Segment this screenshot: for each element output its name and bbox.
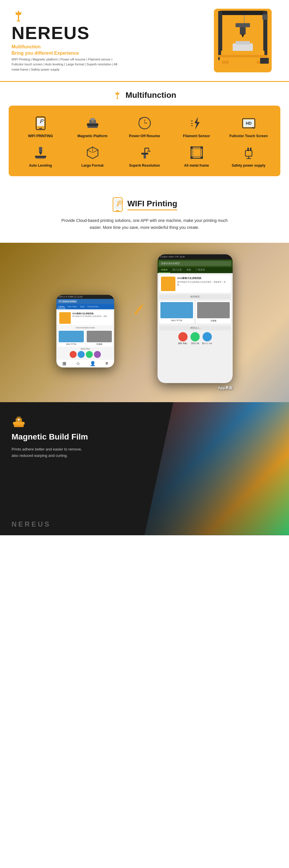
magnetic-platform-icon: ⚲ xyxy=(82,114,103,132)
large-tab-2[interactable]: 用户之星 xyxy=(170,267,184,273)
model-grid: MKS TFT28 牙握椎 xyxy=(58,330,113,347)
power-off-icon xyxy=(134,114,155,132)
large-format-icon: 3D xyxy=(82,144,103,161)
large-app-content: 2018新春大吉,拼组回执 春节拼版汉字文化组拼线上的农历新年，拼板新年，拼板.… xyxy=(157,273,232,383)
large-format-label: Large Format xyxy=(81,163,104,167)
tab-library[interactable]: Library xyxy=(57,305,66,308)
card-title: 2018新春大吉,拼组回执 xyxy=(72,312,108,315)
large-tab-3[interactable]: 考察 xyxy=(184,267,193,273)
wifi-title-wrapper: WIFI Printing xyxy=(128,199,177,210)
feature-power-off: Power-Off Resume xyxy=(121,114,168,138)
model-man-section: Model Man xyxy=(58,348,113,358)
large-avatar-name-3: 君からつゆ xyxy=(202,342,212,345)
feature-grid: WIFI PRINTING ⚲ Magnetic Platform xyxy=(9,105,280,176)
svg-rect-63 xyxy=(190,146,193,149)
card-sub: 春节拼版汉字文化组拼线上的农历新年，拼板... xyxy=(72,315,108,318)
safety-power-icon xyxy=(239,144,259,161)
wifi-signal-icon xyxy=(129,302,143,314)
small-phone: OKU ▪▪ ✦ 3:38% ⬛ 11:02 🔍 Search models L… xyxy=(57,295,114,368)
svg-text:HD: HD xyxy=(246,121,251,126)
svg-marker-33 xyxy=(144,118,145,126)
svg-rect-15 xyxy=(236,41,250,44)
large-card-title: 2018新春大吉,拼组回执 xyxy=(177,277,229,280)
avatar-4 xyxy=(94,351,101,358)
nereus-brand-svg: NEREUS xyxy=(11,518,69,529)
filament-sensor-icon xyxy=(186,114,207,132)
tab-topic[interactable]: Topic xyxy=(79,305,85,308)
tab-user-stars[interactable]: User Stars xyxy=(66,305,78,308)
large-model-thumb-2 xyxy=(197,302,230,318)
svg-marker-34 xyxy=(194,117,200,130)
svg-rect-24 xyxy=(87,123,98,126)
large-card-text: 2018新春大吉,拼组回执 春节拼版汉字文化组拼线上的农历新年，拼板新年，拼板.… xyxy=(177,277,229,291)
small-app-content: 2018新春大吉,拼组回执 春节拼版汉字文化组拼线上的农历新年，拼板... re… xyxy=(57,309,114,359)
nav-home-icon[interactable]: ⊞ xyxy=(63,361,66,366)
svg-rect-3 xyxy=(218,11,267,15)
safety-power-label: Safety power supply xyxy=(232,163,265,167)
nav-more-icon[interactable]: ≡ xyxy=(106,361,108,366)
svg-rect-45 xyxy=(35,156,46,157)
small-content-card: 2018新春大吉,拼组回执 春节拼版汉字文化组拼线上的农历新年，拼板... xyxy=(58,311,113,325)
svg-text:NEREUS: NEREUS xyxy=(11,520,51,528)
hero-image xyxy=(156,9,278,72)
avatar-group-1: 濒脉 恭她... xyxy=(178,332,188,345)
hero-subtitle: Multifunction xyxy=(11,44,150,50)
model-name-2: 牙握椎 xyxy=(87,343,112,346)
small-status-text: OKU ▪▪ ✦ 3:38% ⬛ 11:02 xyxy=(59,296,82,298)
magnetic-title: Magnetic Build Film xyxy=(11,432,110,441)
wifi-title: WIFI Printing xyxy=(128,199,177,210)
model-thumb-1 xyxy=(59,331,84,342)
svg-text:3D: 3D xyxy=(91,151,95,155)
svg-rect-9 xyxy=(222,61,229,64)
app-label: App界面 xyxy=(157,385,232,391)
svg-rect-23 xyxy=(39,128,42,129)
feature-large-format: 3D Large Format xyxy=(69,144,116,167)
wifi-description: Provide Cloud-based printing solutions, … xyxy=(58,217,231,231)
svg-rect-25 xyxy=(87,126,98,128)
tab-factory[interactable]: Factory Rec xyxy=(86,305,100,308)
metal-frame-label: All metal frame xyxy=(184,163,209,167)
feature-touch-screen: HD Fullcolor Touch Screen xyxy=(225,114,272,138)
large-card-thumb xyxy=(161,277,175,291)
large-status-bar: 5.12K/s ▪ 43% ▪ 下午 10:33 xyxy=(157,254,232,259)
large-phone: 5.12K/s ▪ 43% ▪ 下午 10:33 搜索你喜欢的模型 收藏夹 用户… xyxy=(157,254,232,383)
large-status-text: 5.12K/s ▪ 43% ▪ 下午 10:33 xyxy=(160,255,185,258)
touch-screen-label: Fullcolor Touch Screen xyxy=(229,134,267,138)
svg-rect-77 xyxy=(13,422,25,425)
svg-rect-68 xyxy=(247,148,249,151)
large-avatar-name-2: 宽在心地 xyxy=(190,342,200,345)
small-nav-tabs: Library User Stars Topic Factory Rec xyxy=(57,304,114,309)
svg-rect-19 xyxy=(116,98,118,99)
power-off-label: Power-Off Resume xyxy=(129,134,160,138)
magnetic-icon-wrapper xyxy=(11,414,110,428)
nav-person-icon[interactable]: 👤 xyxy=(90,361,96,366)
svg-rect-62 xyxy=(193,149,201,157)
large-model-1: MKS TFT28 xyxy=(159,301,194,323)
hero-description: WIFI Printing | Magnetic platform | Powe… xyxy=(11,57,121,72)
model-card-2: 牙握椎 xyxy=(86,330,113,347)
small-phone-container: OKU ▪▪ ✦ 3:38% ⬛ 11:02 🔍 Search models L… xyxy=(57,295,114,368)
feature-auto-leveling: Auto Leveling xyxy=(17,144,64,167)
large-tab-1[interactable]: 收藏夹 xyxy=(159,267,170,273)
feature-wifi: WIFI PRINTING xyxy=(17,114,64,138)
hero-title: NEREUS xyxy=(11,24,150,42)
feature-superb-res: Superb Resolution xyxy=(121,144,168,167)
small-phone-status: OKU ▪▪ ✦ 3:38% ⬛ 11:02 xyxy=(57,295,114,299)
large-model-name-2: 牙握椎 xyxy=(197,319,230,322)
large-tab-4[interactable]: 厂商发现 xyxy=(193,267,207,273)
small-app-header: 🔍 Search models xyxy=(57,299,114,304)
magnetic-platform-label: Magnetic Platform xyxy=(77,134,108,138)
svg-rect-12 xyxy=(240,27,246,34)
svg-point-22 xyxy=(40,122,41,123)
large-search-bar[interactable]: 搜索你喜欢的模型 xyxy=(159,261,231,266)
hero-section: NEREUS Multifunction Bring you different… xyxy=(0,0,289,81)
svg-rect-65 xyxy=(190,157,193,159)
feature-safety-power: Safety power supply xyxy=(225,144,272,167)
trident-icon xyxy=(11,9,150,23)
nav-star-icon[interactable]: ☆ xyxy=(76,361,80,366)
svg-rect-66 xyxy=(201,157,203,159)
magnetic-content: Magnetic Build Film Prints adhere better… xyxy=(11,414,110,459)
feature-filament: Filament Sensor xyxy=(173,114,220,138)
touch-screen-icon: HD xyxy=(239,114,259,132)
svg-rect-11 xyxy=(236,23,250,27)
